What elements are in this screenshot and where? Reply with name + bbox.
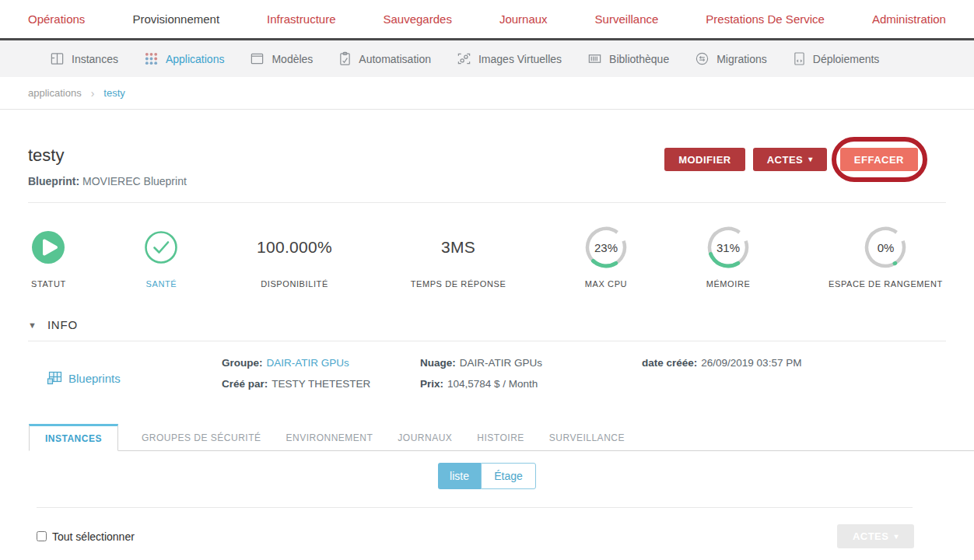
select-all-label: Tout sélectionner (52, 530, 135, 543)
tab-instances[interactable]: INSTANCES (29, 424, 118, 451)
actions-label: ACTES (767, 154, 804, 166)
health-check-icon (144, 230, 178, 264)
tab-history[interactable]: HISTOIRE (464, 425, 536, 450)
view-toggle: liste Étage (438, 463, 536, 489)
subnav-item-models[interactable]: Modèles (250, 51, 313, 66)
blueprints-link-block[interactable]: Blueprints (47, 366, 222, 390)
header-actions: MODIFIER ACTES ▾ EFFACER (664, 148, 918, 171)
select-all-control: Tout sélectionner (37, 530, 135, 543)
table-controls-row: Tout sélectionner ACTES ▾ (0, 524, 974, 548)
subnav-item-migrations[interactable]: Migrations (695, 51, 767, 66)
deployments-icon (793, 51, 806, 66)
metric-label: MÉMOIRE (706, 279, 751, 289)
metric-label-health-link[interactable]: SANTÉ (144, 279, 178, 289)
caret-down-icon: ▾ (894, 533, 899, 541)
table-top-divider (37, 507, 913, 508)
subnav-item-applications[interactable]: Applications (144, 51, 225, 66)
metric-label: TEMPS DE RÉPONSE (411, 279, 506, 289)
info-body: Blueprints Groupe:DAIR-ATIR GPUs Créé pa… (0, 357, 974, 390)
field-label: Nuage: (420, 357, 456, 369)
blueprints-icon (47, 371, 62, 385)
info-column-group: Groupe:DAIR-ATIR GPUs Créé par:TESTY THE… (222, 357, 420, 390)
tab-environment[interactable]: ENVIRONNEMENT (273, 425, 385, 450)
blueprint-value: MOVIEREC Blueprint (82, 175, 187, 187)
blueprints-link: Blueprints (68, 372, 121, 385)
topnav-monitoring[interactable]: Surveillance (595, 12, 659, 26)
subnav-label: Bibliothèque (609, 53, 669, 65)
field-created-by: Créé par:TESTY THETESTER (222, 378, 420, 390)
metric-response-time: 3MS TEMPS DE RÉPONSE (411, 224, 506, 289)
field-value: DAIR-ATIR GPUs (460, 357, 542, 369)
metric-label: MAX CPU (584, 279, 628, 289)
topnav-administration[interactable]: Administration (872, 12, 946, 26)
info-divider (28, 341, 946, 341)
max-cpu-gauge: 23% (584, 224, 628, 271)
chevron-right-icon: › (91, 87, 95, 100)
tab-logs[interactable]: JOURNAUX (385, 425, 464, 450)
field-value: 104,5784 $ / Month (447, 378, 538, 390)
metric-memory: 31% MÉMOIRE (706, 224, 751, 289)
delete-button-wrap: EFFACER (840, 148, 918, 171)
tab-monitoring[interactable]: SURVEILLANCE (537, 425, 637, 450)
applications-icon (144, 51, 159, 66)
tab-security-groups[interactable]: GROUPES DE SÉCURITÉ (129, 425, 274, 450)
page-title: testy (28, 145, 187, 166)
memory-gauge: 31% (706, 224, 750, 271)
availability-value: 100.000% (257, 238, 332, 257)
sub-nav: Instances Applications Modèles Automatis… (0, 40, 974, 77)
breadcrumb-applications[interactable]: applications (28, 87, 82, 99)
bulk-actions-button[interactable]: ACTES ▾ (837, 524, 914, 548)
storage-gauge: 0% (864, 224, 907, 271)
stage-view-button[interactable]: Étage (481, 463, 536, 489)
modify-button[interactable]: MODIFIER (664, 148, 745, 171)
topnav-logs[interactable]: Journaux (499, 12, 548, 26)
page-header: testy Blueprint: MOVIEREC Blueprint MODI… (0, 110, 974, 187)
subnav-item-library[interactable]: Bibliothèque (587, 51, 669, 66)
metrics-row: STATUT SANTÉ 100.000% DISPONIBILITÉ 3MS … (0, 224, 974, 289)
topnav-operations[interactable]: Opérations (28, 12, 85, 26)
topnav-infrastructure[interactable]: Infrastructure (267, 12, 335, 26)
subnav-label: Modèles (272, 53, 313, 65)
blueprint-line: Blueprint: MOVIEREC Blueprint (28, 175, 187, 187)
info-section-header: ▼ INFO (28, 318, 946, 331)
metric-label: ESPACE DE RANGEMENT (829, 279, 943, 289)
status-running-icon (31, 230, 65, 264)
subnav-label: Migrations (716, 53, 767, 65)
list-view-button[interactable]: liste (438, 463, 481, 489)
subnav-label: Images Virtuelles (478, 53, 562, 65)
metric-availability: 100.000% DISPONIBILITÉ (257, 224, 332, 289)
migrations-icon (695, 51, 709, 66)
subnav-label: Déploiements (813, 53, 880, 65)
metric-label: STATUT (31, 279, 66, 289)
subnav-label: Applications (166, 53, 225, 65)
field-date-created: date créée:26/09/2019 03:57 PM (642, 357, 801, 369)
topnav-provisioning[interactable]: Provisionnement (132, 12, 219, 26)
actions-dropdown-button[interactable]: ACTES ▾ (753, 148, 827, 171)
metric-max-cpu: 23% MAX CPU (584, 224, 628, 289)
response-time-value: 3MS (441, 238, 475, 257)
delete-button[interactable]: EFFACER (840, 148, 918, 171)
collapse-triangle-icon[interactable]: ▼ (28, 320, 37, 330)
breadcrumb-current[interactable]: testy (103, 87, 124, 99)
section-divider (28, 202, 946, 203)
subnav-item-instances[interactable]: Instances (50, 51, 118, 66)
blueprint-label: Blueprint: (28, 175, 79, 187)
field-price: Prix:104,5784 $ / Month (420, 378, 642, 390)
info-column-cloud: Nuage:DAIR-ATIR GPUs Prix:104,5784 $ / M… (420, 357, 642, 390)
info-column-date: date créée:26/09/2019 03:57 PM (642, 357, 801, 390)
virtual-images-icon (457, 51, 471, 66)
subnav-item-automation[interactable]: Automatisation (338, 51, 431, 66)
topnav-backups[interactable]: Sauvegardes (383, 12, 451, 26)
subnav-item-deployments[interactable]: Déploiements (793, 51, 880, 66)
group-link[interactable]: DAIR-ATIR GPUs (267, 357, 349, 369)
max-cpu-value: 23% (584, 226, 628, 269)
instances-icon (50, 51, 65, 66)
topnav-services[interactable]: Prestations De Service (706, 12, 825, 26)
metric-storage: 0% ESPACE DE RANGEMENT (829, 224, 943, 289)
field-value: TESTY THETESTER (272, 378, 370, 390)
field-group: Groupe:DAIR-ATIR GPUs (222, 357, 420, 369)
subnav-item-virtual-images[interactable]: Images Virtuelles (457, 51, 562, 66)
storage-value: 0% (864, 226, 907, 269)
select-all-checkbox[interactable] (37, 531, 47, 541)
field-label: Prix: (420, 378, 443, 390)
